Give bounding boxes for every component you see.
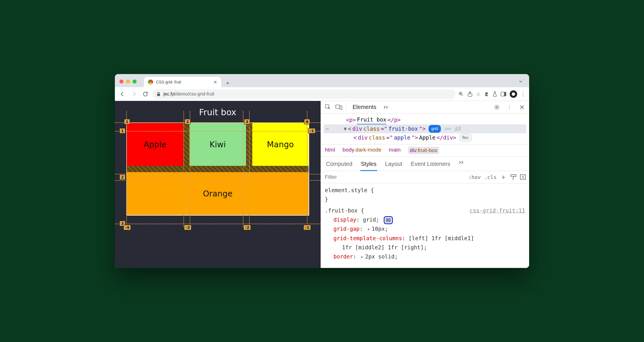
dom-tree[interactable]: <p>Fruit box</p> ⋯ ▼ <div class="fruit-b…	[321, 114, 529, 144]
browser-tab[interactable]: CSS grid- fruit ✕	[144, 77, 221, 87]
svg-rect-4	[504, 92, 506, 96]
subtab-styles[interactable]: Styles	[360, 158, 377, 171]
source-link[interactable]: css-grid-fruit:11	[470, 206, 525, 215]
svg-rect-14	[386, 220, 387, 222]
browser-toolbar: jec.fyi/demo/css-grid-fruit ☆ ⋮	[115, 87, 529, 101]
grid-col-neg3: -3	[184, 225, 191, 230]
profile-avatar[interactable]	[510, 90, 517, 98]
svg-rect-13	[389, 218, 391, 220]
eq0-label: == $0	[444, 124, 461, 133]
cls-toggle[interactable]: .cls	[484, 174, 497, 180]
crumb-body[interactable]: body.dark-mode	[343, 147, 381, 154]
page-heading: Fruit box	[115, 101, 321, 122]
svg-rect-10	[520, 175, 525, 179]
cell-kiwi: Kiwi	[189, 123, 246, 166]
subtabs-overflow-icon[interactable]	[458, 158, 465, 171]
crumb-div[interactable]: div.fruit-box	[408, 147, 439, 154]
grid-editor-button[interactable]	[384, 216, 393, 224]
expand-dots-icon[interactable]: ⋯	[324, 124, 330, 133]
url-text: jec.fyi/demo/css-grid-fruit	[163, 92, 214, 97]
svg-rect-15	[388, 220, 389, 222]
filter-input[interactable]	[321, 171, 468, 183]
grid-row-1: 1	[119, 128, 125, 134]
lock-icon	[157, 92, 161, 96]
close-devtools-icon[interactable]	[517, 102, 527, 112]
share-icon[interactable]	[467, 91, 473, 97]
cell-mango: Mango	[252, 123, 309, 166]
labs-icon[interactable]	[493, 91, 497, 97]
svg-rect-6	[336, 105, 340, 108]
maximize-window-icon[interactable]	[133, 79, 137, 83]
back-button[interactable]	[118, 90, 127, 98]
tab-elements[interactable]: Elements	[349, 101, 380, 113]
subtab-event-listeners[interactable]: Event Listeners	[410, 158, 451, 171]
new-rule-icon[interactable]: ＋	[500, 172, 507, 182]
svg-rect-9	[511, 175, 516, 176]
svg-rect-0	[157, 94, 160, 96]
grid-container: Apple Kiwi Mango Orange	[126, 122, 309, 216]
grid-badge[interactable]: grid	[429, 125, 441, 132]
inspect-icon[interactable]	[323, 102, 333, 112]
tab-close-icon[interactable]: ✕	[213, 79, 217, 85]
page-viewport: Fruit box Apple Kiwi Mango Orange	[115, 101, 321, 268]
browser-window: CSS grid- fruit ✕ ＋ jec.fyi/demo/css-gri…	[115, 74, 529, 268]
styles-filter-bar: :hov .cls ＋	[321, 171, 529, 183]
dom-node-fruit-box[interactable]: ⋯ ▼ <div class="fruit-box"> grid == $0	[324, 124, 526, 133]
dom-node-apple[interactable]: <div class="apple">Apple</div> flex	[324, 133, 526, 142]
crumb-main[interactable]: main	[389, 147, 401, 154]
kebab-icon[interactable]: ⋮	[505, 102, 514, 112]
tabs-overflow-icon[interactable]	[381, 102, 391, 112]
flex-badge[interactable]: flex	[459, 134, 472, 142]
cell-apple: Apple	[127, 123, 183, 166]
crumb-html[interactable]: html	[325, 147, 335, 154]
tab-overflow-icon[interactable]	[515, 78, 526, 85]
tab-strip: CSS grid- fruit ✕ ＋	[115, 74, 529, 87]
element-style-block[interactable]: element.style { }	[325, 186, 525, 204]
extensions-icon[interactable]	[484, 92, 489, 97]
panel-icon[interactable]	[501, 92, 506, 96]
svg-point-8	[496, 106, 498, 108]
style-rules[interactable]: element.style { } css-grid-fruit:11 .fru…	[321, 183, 529, 263]
svg-rect-12	[388, 218, 389, 220]
minimize-window-icon[interactable]	[126, 79, 130, 83]
tab-title: CSS grid- fruit	[156, 80, 181, 84]
grid-row-2: 2	[119, 174, 125, 180]
svg-rect-11	[386, 218, 387, 220]
computed-panel-icon[interactable]	[520, 174, 526, 180]
fruit-box-grid: Apple Kiwi Mango Orange	[126, 122, 309, 216]
hov-toggle[interactable]: :hov	[468, 174, 481, 180]
address-bar[interactable]: jec.fyi/demo/css-grid-fruit	[153, 89, 455, 99]
reload-button[interactable]	[141, 90, 150, 98]
toolbar-actions: ☆ ⋮	[458, 90, 526, 98]
dom-node-p[interactable]: <p>Fruit box</p>	[324, 115, 526, 124]
breadcrumbs[interactable]: html body.dark-mode main div.fruit-box	[321, 144, 529, 157]
grid-col-neg1: -1	[303, 225, 311, 230]
device-toggle-icon[interactable]	[334, 102, 344, 112]
styles-subtabs: Computed Styles Layout Event Listeners	[321, 157, 529, 171]
menu-icon[interactable]: ⋮	[521, 91, 526, 97]
forward-button[interactable]	[130, 90, 138, 98]
grid-row-3: 3	[119, 221, 125, 226]
favicon-icon	[148, 79, 153, 85]
cell-orange: Orange	[127, 172, 309, 215]
close-window-icon[interactable]	[119, 79, 123, 83]
window-controls	[119, 79, 137, 83]
format-icon[interactable]	[510, 174, 517, 180]
zoom-icon[interactable]	[458, 91, 464, 97]
new-tab-button[interactable]: ＋	[223, 79, 232, 87]
devtools-panel: Elements ⋮ <p>Fruit box</p> ⋯ ▼ <div	[321, 101, 529, 268]
devtools-tabbar: Elements ⋮	[321, 101, 529, 114]
bookmark-icon[interactable]: ☆	[476, 91, 481, 97]
grid-col-neg4: -4	[123, 225, 131, 230]
grid-col-neg2: -2	[243, 225, 251, 230]
fruit-box-rule[interactable]: css-grid-fruit:11 .fruit-box { display: …	[325, 206, 525, 261]
content-area: Fruit box Apple Kiwi Mango Orange	[115, 101, 529, 268]
subtab-layout[interactable]: Layout	[385, 158, 403, 171]
svg-rect-16	[389, 220, 391, 222]
subtab-computed[interactable]: Computed	[325, 158, 353, 171]
svg-rect-7	[340, 106, 342, 110]
settings-icon[interactable]	[492, 102, 502, 112]
